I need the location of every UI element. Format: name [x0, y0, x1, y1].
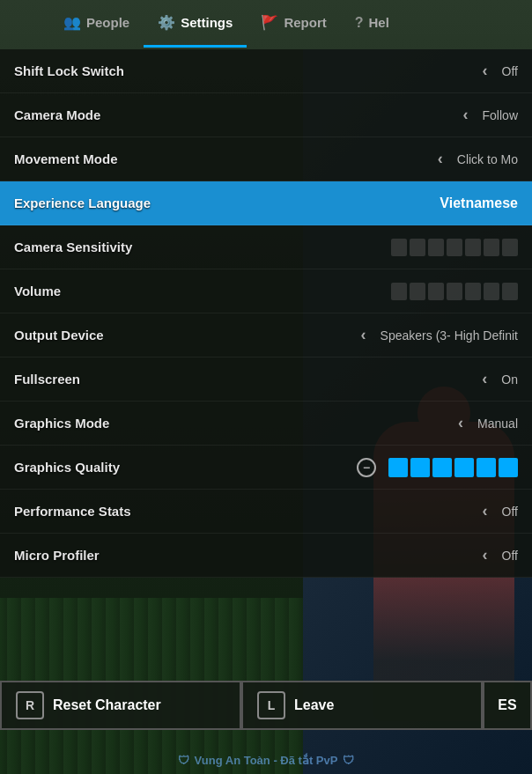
reset-label: Reset Character	[53, 697, 161, 713]
leave-label: Leave	[294, 697, 334, 713]
movement-mode-value: Click to Mo	[457, 152, 518, 166]
setting-shift-lock[interactable]: Shift Lock Switch ‹ Off	[0, 49, 532, 93]
report-icon: 🚩	[261, 14, 278, 31]
slider-bar-2	[410, 239, 425, 256]
slider-bar-5	[465, 239, 481, 256]
setting-graphics-quality[interactable]: Graphics Quality −	[0, 446, 532, 490]
quality-bar-3	[432, 458, 452, 477]
setting-fullscreen[interactable]: Fullscreen ‹ On	[0, 358, 532, 402]
fullscreen-value: On	[501, 372, 518, 387]
help-icon: ?	[355, 15, 364, 31]
vol-bar-5	[465, 283, 481, 300]
tab-settings-label: Settings	[181, 15, 233, 30]
camera-sensitivity-control	[391, 239, 518, 256]
performance-stats-value: Off	[502, 505, 518, 519]
watermark-shield-left: 🛡	[178, 754, 189, 767]
setting-camera-mode[interactable]: Camera Mode ‹ Follow	[0, 93, 532, 137]
leave-button[interactable]: L Leave	[241, 681, 483, 730]
settings-list: Shift Lock Switch ‹ Off Camera Mode ‹ Fo…	[0, 49, 532, 578]
camera-mode-chevron: ‹	[463, 106, 469, 124]
setting-micro-profiler[interactable]: Micro Profiler ‹ Off	[0, 534, 532, 578]
quality-bar-4	[454, 458, 474, 477]
graphics-quality-control: −	[357, 458, 518, 477]
micro-profiler-chevron: ‹	[483, 546, 488, 564]
reset-key-badge: R	[16, 691, 44, 719]
slider-bar-1	[391, 239, 407, 256]
slider-bar-7	[502, 239, 518, 256]
graphics-quality-label: Graphics Quality	[14, 460, 357, 475]
micro-profiler-value: Off	[502, 549, 518, 563]
micro-profiler-control: ‹ Off	[483, 546, 518, 564]
camera-sensitivity-label: Camera Sensitivity	[14, 240, 391, 254]
setting-performance-stats[interactable]: Performance Stats ‹ Off	[0, 490, 532, 534]
watermark: 🛡 Vung An Toàn - Đã tắt PvP 🛡	[178, 754, 355, 767]
graphics-mode-label: Graphics Mode	[14, 416, 458, 431]
reset-character-button[interactable]: R Reset Character	[0, 681, 241, 730]
watermark-text: Vung An Toàn - Đã tắt PvP	[195, 754, 338, 767]
vol-bar-3	[428, 283, 444, 300]
tab-help-label: Hel	[369, 15, 389, 30]
slider-bar-4	[447, 239, 462, 256]
experience-language-value: Vietnamese	[440, 195, 518, 211]
experience-language-control: Vietnamese	[440, 195, 518, 211]
tab-settings[interactable]: ⚙️ Settings	[144, 0, 247, 48]
bottom-buttons: R Reset Character L Leave ES	[0, 681, 532, 730]
quality-bar-5	[477, 458, 496, 477]
graphics-mode-control: ‹ Manual	[458, 414, 518, 432]
fullscreen-control: ‹ On	[482, 370, 518, 388]
camera-mode-value: Follow	[483, 108, 518, 122]
output-device-control: ‹ Speakers (3- High Definit	[361, 326, 518, 344]
vol-bar-6	[484, 283, 499, 300]
performance-stats-chevron: ‹	[483, 502, 488, 520]
camera-mode-control: ‹ Follow	[463, 106, 518, 124]
graphics-quality-minus[interactable]: −	[357, 458, 376, 477]
setting-camera-sensitivity[interactable]: Camera Sensitivity	[0, 225, 532, 269]
settings-icon: ⚙️	[158, 14, 175, 31]
camera-sensitivity-slider[interactable]	[391, 239, 518, 256]
quality-bar-1	[388, 458, 408, 477]
app-container: 👥 People ⚙️ Settings 🚩 Report ? Hel Shif…	[0, 0, 532, 774]
vol-bar-4	[447, 283, 462, 300]
content-area: Shift Lock Switch ‹ Off Camera Mode ‹ Fo…	[0, 49, 532, 774]
camera-mode-label: Camera Mode	[14, 107, 463, 122]
volume-label: Volume	[14, 284, 391, 299]
volume-control	[391, 283, 518, 300]
vol-bar-7	[502, 283, 518, 300]
volume-slider[interactable]	[391, 283, 518, 300]
shift-lock-control: ‹ Off	[483, 62, 518, 80]
fullscreen-label: Fullscreen	[14, 372, 482, 387]
movement-mode-control: ‹ Click to Mo	[438, 150, 518, 168]
tab-people[interactable]: 👥 People	[49, 0, 144, 48]
micro-profiler-label: Micro Profiler	[14, 548, 483, 563]
experience-language-label: Experience Language	[14, 195, 440, 210]
setting-experience-language[interactable]: Experience Language Vietnamese	[0, 181, 532, 225]
graphics-mode-chevron: ‹	[458, 414, 463, 432]
setting-graphics-mode[interactable]: Graphics Mode ‹ Manual	[0, 402, 532, 446]
performance-stats-label: Performance Stats	[14, 504, 483, 519]
movement-mode-label: Movement Mode	[14, 151, 438, 166]
movement-mode-chevron: ‹	[438, 150, 443, 168]
vol-bar-1	[391, 283, 407, 300]
vol-bar-2	[410, 283, 425, 300]
tab-people-label: People	[86, 15, 129, 30]
leave-key-badge: L	[257, 691, 285, 719]
output-device-label: Output Device	[14, 328, 361, 343]
output-device-value: Speakers (3- High Definit	[381, 328, 518, 343]
escape-button[interactable]: ES	[483, 681, 532, 730]
tab-report[interactable]: 🚩 Report	[247, 0, 340, 48]
setting-volume[interactable]: Volume	[0, 269, 532, 313]
people-icon: 👥	[63, 14, 81, 31]
slider-bar-6	[484, 239, 499, 256]
output-device-chevron: ‹	[361, 326, 366, 344]
performance-stats-control: ‹ Off	[483, 502, 518, 520]
escape-label: ES	[498, 697, 516, 713]
setting-movement-mode[interactable]: Movement Mode ‹ Click to Mo	[0, 137, 532, 181]
slider-bar-3	[428, 239, 444, 256]
quality-bar-6	[499, 458, 518, 477]
setting-output-device[interactable]: Output Device ‹ Speakers (3- High Defini…	[0, 313, 532, 358]
tab-help[interactable]: ? Hel	[341, 0, 403, 48]
shift-lock-value: Off	[502, 64, 518, 78]
quality-bar-2	[410, 458, 430, 477]
tab-report-label: Report	[284, 15, 326, 30]
graphics-mode-value: Manual	[477, 416, 518, 431]
